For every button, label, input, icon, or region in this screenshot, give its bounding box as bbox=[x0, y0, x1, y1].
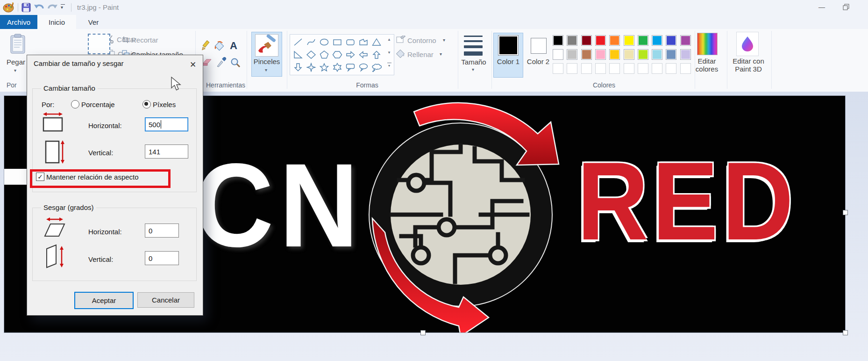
shape-arrow-down-icon[interactable] bbox=[292, 61, 305, 73]
shape-callout-oval-icon[interactable] bbox=[357, 61, 370, 73]
palette-empty-cell[interactable] bbox=[652, 63, 662, 74]
tab-archivo[interactable]: Archivo bbox=[0, 15, 37, 29]
shape-polygon-icon[interactable] bbox=[357, 36, 370, 48]
shape-rectangle-icon[interactable] bbox=[331, 36, 344, 48]
outline-label[interactable]: Contorno bbox=[407, 36, 436, 44]
color2-button[interactable]: Color 2 bbox=[524, 33, 552, 78]
palette-color-cell[interactable] bbox=[680, 35, 691, 46]
palette-empty-cell[interactable] bbox=[553, 63, 563, 74]
palette-color-cell[interactable] bbox=[666, 35, 676, 46]
eraser-icon[interactable] bbox=[202, 58, 212, 68]
size-dropdown-icon[interactable]: ▾ bbox=[472, 67, 474, 72]
shape-arrow-right-icon[interactable] bbox=[344, 48, 357, 61]
text-tool-icon[interactable]: A bbox=[230, 40, 237, 52]
pencil-icon[interactable] bbox=[201, 40, 211, 52]
palette-color-cell[interactable] bbox=[595, 49, 606, 60]
close-icon[interactable]: ✕ bbox=[186, 58, 199, 71]
palette-empty-cell[interactable] bbox=[609, 63, 620, 74]
size-label[interactable]: Tamaño bbox=[455, 58, 492, 66]
palette-empty-cell[interactable] bbox=[595, 63, 606, 74]
crop-icon[interactable] bbox=[122, 36, 129, 45]
horizontal-input[interactable]: 500 bbox=[145, 117, 188, 131]
palette-color-cell[interactable] bbox=[638, 49, 648, 60]
shape-hexagon-icon[interactable] bbox=[331, 48, 344, 61]
shape-ellipse-icon[interactable] bbox=[318, 36, 331, 48]
shape-arrow-up-icon[interactable] bbox=[370, 48, 383, 61]
palette-color-cell[interactable] bbox=[595, 35, 606, 46]
redo-icon[interactable] bbox=[47, 3, 58, 14]
fill-icon[interactable] bbox=[214, 41, 225, 53]
edit-paint3d-button[interactable]: Editar con Paint 3D bbox=[729, 57, 768, 73]
palette-color-cell[interactable] bbox=[638, 35, 648, 46]
radio-porcentaje[interactable] bbox=[71, 100, 79, 108]
palette-empty-cell[interactable] bbox=[638, 63, 648, 74]
paste-icon[interactable] bbox=[8, 33, 27, 55]
qat-customize-icon[interactable]: ▾ bbox=[61, 4, 65, 10]
palette-color-cell[interactable] bbox=[581, 35, 592, 46]
skew-horizontal-input[interactable]: 0 bbox=[145, 224, 179, 238]
resize-handle-right[interactable] bbox=[843, 210, 848, 215]
shape-line-icon[interactable] bbox=[292, 36, 305, 48]
color1-button[interactable]: Color 1 bbox=[493, 33, 523, 78]
cancel-button[interactable]: Cancelar bbox=[137, 292, 194, 308]
radio-porcentaje-label[interactable]: Porcentaje bbox=[81, 101, 115, 108]
brushes-button[interactable]: Pinceles ▾ bbox=[251, 32, 282, 77]
palette-color-cell[interactable] bbox=[666, 49, 676, 60]
palette-color-cell[interactable] bbox=[624, 35, 634, 46]
shape-rounded-rectangle-icon[interactable] bbox=[344, 36, 357, 48]
shapes-more-icon[interactable]: ▾ bbox=[385, 63, 393, 68]
palette-color-cell[interactable] bbox=[652, 35, 662, 46]
resize-handle-bottom[interactable] bbox=[420, 330, 426, 335]
palette-color-cell[interactable] bbox=[652, 49, 662, 60]
ok-button[interactable]: Aceptar bbox=[74, 292, 134, 309]
palette-color-cell[interactable] bbox=[581, 49, 592, 60]
vertical-input[interactable]: 141 bbox=[145, 144, 188, 159]
paste-dropdown-icon[interactable]: ▾ bbox=[14, 68, 16, 73]
save-icon[interactable] bbox=[21, 3, 31, 14]
restore-button[interactable] bbox=[835, 0, 857, 14]
radio-pixeles-label[interactable]: Píxeles bbox=[153, 101, 176, 108]
palette-color-cell[interactable] bbox=[567, 35, 577, 46]
shape-star-6-icon[interactable] bbox=[331, 61, 344, 73]
shapes-scroll-up-icon[interactable]: ▲ bbox=[385, 37, 393, 42]
shape-arrow-left-icon[interactable] bbox=[357, 48, 370, 61]
fill-shape-label[interactable]: Rellenar bbox=[407, 51, 434, 58]
fill-shape-icon[interactable] bbox=[396, 50, 406, 60]
magnifier-icon[interactable] bbox=[230, 58, 241, 70]
palette-color-cell[interactable] bbox=[567, 49, 577, 60]
minimize-button[interactable]: — bbox=[811, 0, 832, 14]
tab-ver[interactable]: Ver bbox=[76, 15, 111, 29]
select-tool-icon[interactable] bbox=[88, 34, 110, 54]
crop-label[interactable]: Recortar bbox=[131, 36, 158, 44]
palette-color-cell[interactable] bbox=[609, 49, 620, 60]
tab-inicio[interactable]: Inicio bbox=[37, 15, 76, 29]
palette-empty-cell[interactable] bbox=[666, 63, 676, 74]
shape-curve-icon[interactable] bbox=[305, 36, 318, 48]
edit-colors-button[interactable]: Editar colores bbox=[688, 57, 726, 73]
shape-star-5-icon[interactable] bbox=[318, 61, 331, 73]
palette-color-cell[interactable] bbox=[624, 49, 634, 60]
palette-empty-cell[interactable] bbox=[624, 63, 634, 74]
shape-callout-rounded-icon[interactable] bbox=[344, 61, 357, 73]
undo-icon[interactable] bbox=[34, 3, 45, 14]
palette-empty-cell[interactable] bbox=[581, 63, 592, 74]
outline-dropdown-icon[interactable]: ▾ bbox=[443, 38, 445, 43]
shape-diamond-icon[interactable] bbox=[305, 48, 318, 61]
palette-empty-cell[interactable] bbox=[567, 63, 577, 74]
skew-vertical-input[interactable]: 0 bbox=[145, 251, 179, 265]
palette-color-cell[interactable] bbox=[553, 35, 563, 46]
shape-right-triangle-icon[interactable] bbox=[292, 48, 305, 61]
fill-dropdown-icon[interactable]: ▾ bbox=[440, 52, 442, 57]
eyedropper-icon[interactable] bbox=[216, 57, 227, 69]
radio-pixeles[interactable] bbox=[142, 100, 151, 108]
outline-icon[interactable] bbox=[396, 36, 406, 46]
shape-triangle-icon[interactable] bbox=[370, 36, 383, 48]
palette-color-cell[interactable] bbox=[609, 35, 620, 46]
resize-handle-corner[interactable] bbox=[843, 330, 848, 335]
shapes-scroll-down-icon[interactable]: ▼ bbox=[385, 51, 393, 55]
shape-callout-cloud-icon[interactable] bbox=[370, 61, 383, 73]
palette-color-cell[interactable] bbox=[553, 49, 563, 60]
shape-star-4-icon[interactable] bbox=[305, 61, 318, 73]
paste-label[interactable]: Pegar bbox=[7, 58, 25, 66]
shape-pentagon-icon[interactable] bbox=[318, 48, 331, 61]
